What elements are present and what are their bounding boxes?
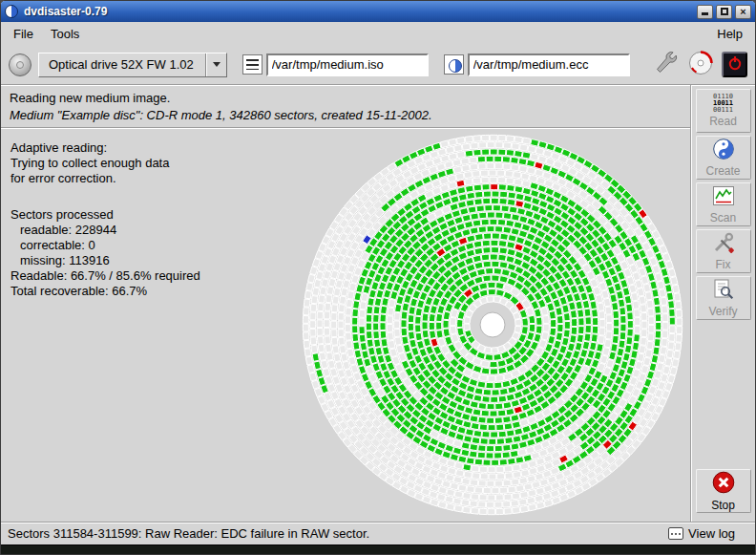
status-heading: Reading new medium image. Medium "Exampl… xyxy=(1,85,690,127)
drive-icon xyxy=(9,53,32,76)
app-icon xyxy=(5,5,18,18)
toolbar: Optical drive 52X FW 1.02 xyxy=(1,45,755,85)
stats-readable: readable: 228944 xyxy=(10,223,200,238)
combo-divider xyxy=(205,53,207,76)
maximize-button[interactable] xyxy=(716,5,732,19)
stats-missing: missing: 113916 xyxy=(10,253,200,268)
main-column: Reading new medium image. Medium "Exampl… xyxy=(1,85,690,522)
fix-button[interactable]: Fix xyxy=(696,229,751,273)
stop-icon xyxy=(711,470,736,498)
view-log-label: View log xyxy=(688,526,735,541)
status-message: Sectors 311584-311599: Raw Reader: EDC f… xyxy=(8,526,662,541)
view-log-button[interactable]: View log xyxy=(662,524,748,543)
iso-path-input[interactable] xyxy=(266,53,429,76)
verify-button[interactable]: Verify xyxy=(696,276,751,320)
scan-button[interactable]: Scan xyxy=(696,182,751,226)
bottom-strip xyxy=(1,544,755,554)
stats-readable-summary: Readable: 66.7% / 85.6% required xyxy=(10,268,200,284)
preferences-button[interactable] xyxy=(653,52,680,78)
chevron-down-icon xyxy=(213,62,220,67)
disc-canvas xyxy=(299,131,686,519)
disc-logo-icon xyxy=(688,51,713,78)
stats-correctable: correctable: 0 xyxy=(10,238,200,253)
action-sidebar: 01110 10011 00111 Read Create xyxy=(690,85,755,522)
binary-icon-line: 00111 xyxy=(713,107,733,114)
log-icon xyxy=(668,527,683,540)
drive-select[interactable]: Optical drive 52X FW 1.02 xyxy=(38,53,227,77)
stats-mode-line2: for error correction. xyxy=(10,171,200,186)
status-line-1: Reading new medium image. xyxy=(10,91,682,105)
window-title: dvdisaster-0.79 xyxy=(24,5,694,18)
power-icon xyxy=(727,55,743,74)
stop-button-label: Stop xyxy=(711,499,735,512)
quit-button[interactable] xyxy=(722,52,747,77)
create-button[interactable]: Create xyxy=(696,136,751,180)
scan-button-label: Scan xyxy=(710,211,736,224)
maximize-icon xyxy=(721,8,728,15)
minimize-button[interactable] xyxy=(697,5,713,19)
tools-icon xyxy=(712,231,735,257)
create-button-label: Create xyxy=(705,164,740,178)
statusbar: Sectors 311584-311599: Raw Reader: EDC f… xyxy=(1,522,755,544)
read-button-label: Read xyxy=(709,115,737,128)
chart-icon xyxy=(712,184,735,210)
close-icon: × xyxy=(740,7,746,17)
stats-recoverable-summary: Total recoverable: 66.7% xyxy=(10,284,200,299)
ecc-file-icon xyxy=(444,54,464,75)
close-button[interactable]: × xyxy=(735,5,751,19)
app-window: dvdisaster-0.79 × File Tools Help Optica… xyxy=(0,0,756,555)
wrench-icon xyxy=(654,51,679,78)
iso-file-icon xyxy=(242,54,262,75)
stats-mode-line1: Trying to collect enough data xyxy=(10,156,200,171)
fix-button-label: Fix xyxy=(716,258,731,271)
menubar: File Tools Help xyxy=(1,22,755,45)
reading-area: Adaptive reading: Trying to collect enou… xyxy=(1,129,690,522)
ecc-path-input[interactable] xyxy=(468,53,630,76)
reading-stats: Adaptive reading: Trying to collect enou… xyxy=(10,140,200,299)
yin-yang-icon xyxy=(712,138,735,163)
stats-mode-title: Adaptive reading: xyxy=(10,140,200,156)
titlebar[interactable]: dvdisaster-0.79 × xyxy=(1,1,755,22)
magnifier-icon xyxy=(712,278,735,304)
body-row: Reading new medium image. Medium "Exampl… xyxy=(1,85,755,522)
medium-info-button[interactable] xyxy=(687,52,714,78)
binary-icon: 01110 10011 00111 xyxy=(713,94,733,114)
drive-select-value: Optical drive 52X FW 1.02 xyxy=(43,57,200,72)
menu-help[interactable]: Help xyxy=(708,24,751,44)
menu-file[interactable]: File xyxy=(5,24,42,44)
read-button[interactable]: 01110 10011 00111 Read xyxy=(696,89,751,133)
minimize-icon xyxy=(702,12,708,15)
menu-tools[interactable]: Tools xyxy=(42,24,88,44)
stop-button[interactable]: Stop xyxy=(696,469,751,513)
status-line-2: Medium "Example disc": CD-R mode 1, 3428… xyxy=(10,108,682,122)
verify-button-label: Verify xyxy=(708,305,737,318)
stats-processed-title: Sectors processed xyxy=(10,207,200,223)
